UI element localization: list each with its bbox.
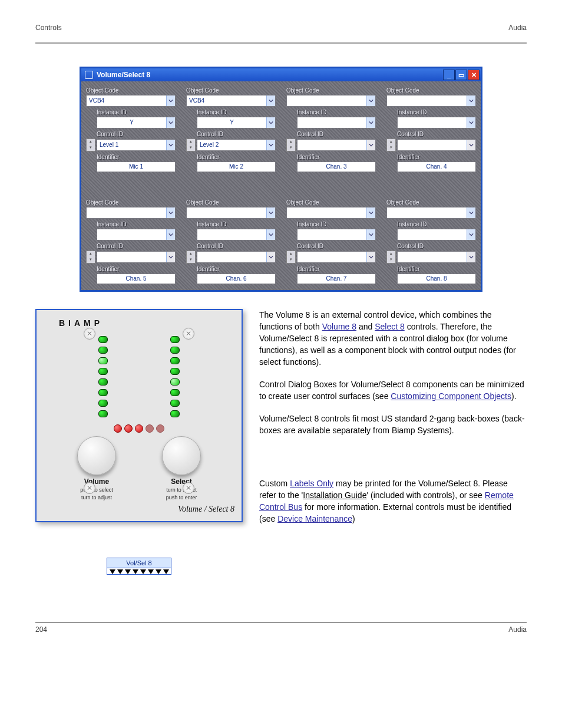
chevron-down-icon[interactable] — [366, 117, 375, 128]
chevron-down-icon[interactable] — [266, 207, 275, 218]
titlebar[interactable]: Volume/Select 8 _ ▭ ✕ — [81, 68, 481, 81]
chevron-down-icon[interactable] — [266, 229, 275, 240]
close-button[interactable]: ✕ — [468, 70, 480, 80]
instance-id-combo[interactable] — [397, 229, 476, 241]
chevron-down-icon[interactable] — [366, 95, 375, 106]
identifier-field[interactable]: Chan. 8 — [397, 274, 476, 284]
chevron-down-icon — [166, 252, 175, 262]
identifier-field[interactable]: Mic 1 — [97, 162, 176, 172]
footer-page: 204 — [35, 625, 47, 634]
identifier-field[interactable]: Chan. 6 — [197, 274, 276, 284]
label-object-code: Object Code — [86, 199, 176, 206]
spinner: ▴▾ — [386, 139, 396, 151]
link-select8[interactable]: Select 8 — [375, 322, 405, 331]
instance-id-combo[interactable] — [197, 229, 276, 241]
chevron-down-icon[interactable] — [366, 229, 375, 240]
chevron-down-icon[interactable] — [467, 229, 475, 240]
object-code-combo[interactable]: VCB4 — [186, 95, 276, 107]
chevron-down-icon[interactable] — [467, 95, 475, 106]
chevron-down-icon[interactable] — [467, 207, 475, 218]
label-object-code: Object Code — [386, 199, 476, 206]
link-customizing[interactable]: Customizing Component Objects — [391, 391, 511, 401]
identifier-field[interactable]: Chan. 5 — [97, 274, 176, 284]
label-identifier: Identifier — [97, 266, 176, 272]
instance-id-combo[interactable] — [297, 117, 376, 129]
instance-id-combo[interactable] — [397, 117, 476, 129]
link-volume8[interactable]: Volume 8 — [322, 322, 356, 331]
chevron-down-icon[interactable] — [366, 207, 375, 218]
instance-id-combo[interactable] — [297, 229, 376, 241]
control-id-combo[interactable]: Level 1 — [97, 139, 176, 151]
object-code-combo[interactable] — [286, 207, 376, 219]
header-section: Controls — [35, 24, 62, 32]
instance-id-combo[interactable] — [97, 229, 176, 241]
channel-cell: Object Code VCB4 Instance ID Y Control I… — [186, 85, 276, 172]
instance-id-combo[interactable]: Y — [97, 117, 176, 129]
red-led-row — [44, 424, 234, 433]
object-code-combo[interactable] — [86, 207, 176, 219]
label-identifier: Identifier — [197, 266, 276, 272]
volume-select-dialog: Volume/Select 8 _ ▭ ✕ Object Code VCB4 I… — [80, 67, 482, 291]
label-identifier: Identifier — [397, 154, 476, 160]
spinner[interactable]: ▴▾ — [186, 139, 196, 151]
label-control-id: Control ID — [297, 131, 376, 137]
control-id-combo — [297, 251, 376, 263]
maximize-button[interactable]: ▭ — [455, 70, 467, 80]
select-knob-sub2: push to enter — [162, 495, 201, 501]
control-id-combo[interactable]: Level 2 — [197, 139, 276, 151]
object-code-combo[interactable] — [186, 207, 276, 219]
chevron-down-icon[interactable] — [166, 229, 175, 240]
chevron-down-icon — [467, 252, 475, 262]
minimize-button[interactable]: _ — [443, 70, 455, 80]
biamp-faceplate: BIAMP ✕ ✕ — [35, 309, 243, 522]
spinner[interactable]: ▴▾ — [86, 139, 95, 151]
identifier-field[interactable]: Mic 2 — [197, 162, 276, 172]
chevron-down-icon[interactable] — [166, 140, 175, 150]
object-code-combo[interactable] — [286, 95, 376, 107]
chevron-down-icon[interactable] — [166, 95, 175, 106]
vol-sel-block[interactable]: Vol/Sel 8 — [107, 558, 171, 575]
chevron-down-icon[interactable] — [467, 117, 475, 128]
volume-knob[interactable] — [77, 436, 116, 475]
channel-cell: Object Code Instance ID Control ID▴▾ Ide… — [286, 197, 376, 284]
header-product: Audia — [508, 24, 527, 32]
label-identifier: Identifier — [297, 154, 376, 160]
identifier-field[interactable]: Chan. 4 — [397, 162, 476, 172]
link-device-maintenance[interactable]: Device Maintenance — [277, 514, 352, 523]
screw-icon: ✕ — [84, 328, 95, 340]
identifier-field[interactable]: Chan. 3 — [297, 162, 376, 172]
vol-sel-block-nodes — [107, 568, 171, 574]
channel-cell: Object Code Instance ID Control ID▴▾ Ide… — [286, 85, 376, 172]
label-object-code: Object Code — [86, 87, 176, 94]
spinner: ▴▾ — [286, 139, 296, 151]
instance-id-combo[interactable]: Y — [197, 117, 276, 129]
label-object-code: Object Code — [186, 199, 276, 206]
label-instance-id: Instance ID — [397, 109, 476, 116]
chevron-down-icon[interactable] — [266, 117, 275, 128]
chevron-down-icon[interactable] — [166, 117, 175, 128]
chevron-down-icon[interactable] — [266, 140, 275, 150]
chevron-down-icon[interactable] — [166, 207, 175, 218]
object-code-combo[interactable]: VCB4 — [86, 95, 176, 107]
channel-cell: Object Code Instance ID Control ID▴▾ Ide… — [386, 85, 476, 172]
spinner: ▴▾ — [386, 251, 396, 263]
footer-divider — [35, 622, 527, 623]
select-knob-sub1: turn to select — [162, 487, 201, 493]
label-instance-id: Instance ID — [197, 109, 276, 116]
header-divider — [35, 42, 527, 44]
label-object-code: Object Code — [286, 87, 376, 94]
identifier-field[interactable]: Chan. 7 — [297, 274, 376, 284]
label-object-code: Object Code — [186, 87, 276, 94]
object-code-combo[interactable] — [386, 95, 476, 107]
select-knob[interactable] — [162, 436, 201, 475]
link-labels-only[interactable]: Labels Only — [290, 479, 333, 488]
label-control-id: Control ID — [97, 243, 176, 249]
chevron-down-icon[interactable] — [266, 95, 275, 106]
object-code-combo[interactable] — [386, 207, 476, 219]
label-object-code: Object Code — [286, 199, 376, 206]
label-instance-id: Instance ID — [297, 221, 376, 228]
label-object-code: Object Code — [386, 87, 476, 94]
label-control-id: Control ID — [297, 243, 376, 249]
channel-cell: Object Code VCB4 Instance ID Y Control I… — [86, 85, 176, 172]
label-control-id: Control ID — [397, 243, 476, 249]
